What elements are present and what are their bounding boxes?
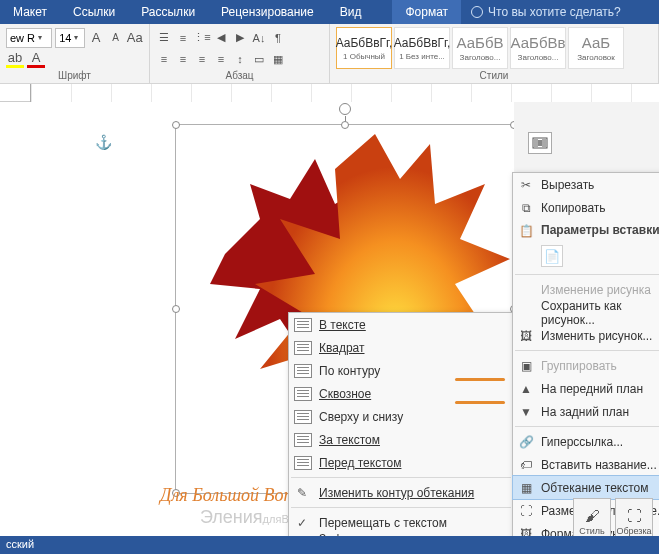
cut-icon: ✂ <box>518 177 534 193</box>
font-color-icon[interactable]: A <box>27 50 45 68</box>
wrap-tight-icon <box>294 364 312 378</box>
ctx-change-picture[interactable]: 🖼Изменить рисунок... <box>513 324 659 347</box>
styles-group-label: Стили <box>336 70 652 83</box>
styles-group: АаБбВвГг,1 Обычный АаБбВвГг,1 Без инте..… <box>330 24 659 83</box>
wrap-tight[interactable]: По контуру <box>289 359 513 382</box>
ctx-wrap-text[interactable]: ▦Обтекание текстом▸ <box>513 476 659 499</box>
wrap-behind-label: За текстом <box>319 433 380 447</box>
wrap-through-label: Сквозное <box>319 387 371 401</box>
ctx-hyperlink[interactable]: 🔗Гиперссылка... <box>513 430 659 453</box>
indent-inc-icon[interactable]: ▶ <box>232 30 248 46</box>
wrap-topbottom-label: Сверху и снизу <box>319 410 403 424</box>
tab-references[interactable]: Ссылки <box>60 0 128 24</box>
style-title[interactable]: АаБЗаголовок <box>568 27 624 69</box>
font-name-combo[interactable]: ew R▾ <box>6 28 52 48</box>
wrap-behind[interactable]: За текстом <box>289 428 513 451</box>
wrap-icon: ▦ <box>518 480 534 496</box>
back-icon: ▼ <box>518 404 534 420</box>
ctx-group-label: Группировать <box>541 359 617 373</box>
style-heading2[interactable]: АаБбВвЗаголово... <box>510 27 566 69</box>
ribbon: ew R▾ 14▾ A A Aa ab A Шрифт ☰ ≡ ⋮≡ ◀ ▶ A… <box>0 24 659 84</box>
wrap-square-label: Квадрат <box>319 341 365 355</box>
wrap-front-icon <box>294 456 312 470</box>
ctx-copy-label: Копировать <box>541 201 606 215</box>
bullets-icon[interactable]: ☰ <box>156 30 172 46</box>
ctx-link-label: Гиперссылка... <box>541 435 623 449</box>
borders-icon[interactable]: ▦ <box>270 51 286 67</box>
grow-font-icon[interactable]: A <box>88 29 104 47</box>
resize-handle-tl[interactable] <box>172 121 180 129</box>
style-preview: АаБбВ <box>457 34 504 51</box>
check-icon: ✓ <box>294 515 310 531</box>
wrap-top-bottom[interactable]: Сверху и снизу <box>289 405 513 428</box>
numbering-icon[interactable]: ≡ <box>175 30 191 46</box>
ctx-insert-caption[interactable]: 🏷Вставить название... <box>513 453 659 476</box>
ctx-paste-options: 📄 <box>513 241 659 271</box>
ctx-back-label: На задний план <box>541 405 629 419</box>
svg-rect-2 <box>538 140 542 146</box>
wrap-through-icon <box>294 387 312 401</box>
rotate-handle[interactable] <box>339 103 351 115</box>
ctx-save-as-picture[interactable]: Сохранить как рисунок... <box>513 301 659 324</box>
wrap-tight-label: По контуру <box>319 364 380 378</box>
ctx-group[interactable]: ▣Группировать▸ <box>513 354 659 377</box>
style-normal[interactable]: АаБбВвГг,1 Обычный <box>336 27 392 69</box>
ruler[interactable] <box>0 84 659 102</box>
style-preview: АаБбВвГг, <box>336 36 393 50</box>
status-bar: сский <box>0 536 659 554</box>
ctx-editpic-label: Изменение рисунка <box>541 283 651 297</box>
justify-icon[interactable]: ≡ <box>213 51 229 67</box>
style-label: Заголово... <box>460 53 501 62</box>
wrap-through[interactable]: Сквозное <box>289 382 513 405</box>
indent-dec-icon[interactable]: ◀ <box>213 30 229 46</box>
highlight-icon[interactable]: ab <box>6 50 24 68</box>
tab-format[interactable]: Формат <box>392 0 461 24</box>
resize-handle-ml[interactable] <box>172 305 180 313</box>
font-size-value: 14 <box>59 32 71 44</box>
layout-options-button[interactable] <box>528 132 552 154</box>
tab-review[interactable]: Рецензирование <box>208 0 327 24</box>
resize-handle-tm[interactable] <box>341 121 349 129</box>
ctx-bring-front[interactable]: ▲На передний план▸ <box>513 377 659 400</box>
front-icon: ▲ <box>518 381 534 397</box>
tab-layout[interactable]: Макет <box>0 0 60 24</box>
ctx-copy[interactable]: ⧉Копировать <box>513 196 659 219</box>
align-right-icon[interactable]: ≡ <box>194 51 210 67</box>
sort-icon[interactable]: A↓ <box>251 30 267 46</box>
multilevel-icon[interactable]: ⋮≡ <box>194 30 210 46</box>
shrink-font-icon[interactable]: A <box>107 29 123 47</box>
style-preview: АаБ <box>582 34 610 51</box>
line-spacing-icon[interactable]: ↕ <box>232 51 248 67</box>
shading-icon[interactable]: ▭ <box>251 51 267 67</box>
font-group-label: Шрифт <box>6 70 143 83</box>
crop-icon: ⛶ <box>627 507 642 524</box>
ctx-cut[interactable]: ✂Вырезать <box>513 173 659 196</box>
font-size-combo[interactable]: 14▾ <box>55 28 85 48</box>
wrap-inline[interactable]: В тексте <box>289 313 513 336</box>
ctx-send-back[interactable]: ▼На задний план▸ <box>513 400 659 423</box>
wrap-square[interactable]: Квадрат <box>289 336 513 359</box>
style-no-spacing[interactable]: АаБбВвГг,1 Без инте... <box>394 27 450 69</box>
ctx-caption-label: Вставить название... <box>541 458 657 472</box>
change-case-icon[interactable]: Aa <box>127 29 143 47</box>
paragraph-group: ☰ ≡ ⋮≡ ◀ ▶ A↓ ¶ ≡ ≡ ≡ ≡ ↕ ▭ ▦ Абзац <box>150 24 330 83</box>
resize-handle-tr[interactable] <box>510 121 514 129</box>
context-menu: ✂Вырезать ⧉Копировать 📋Параметры вставки… <box>512 172 659 546</box>
ctx-paste-header: 📋Параметры вставки: <box>513 219 659 241</box>
pilcrow-icon[interactable]: ¶ <box>270 30 286 46</box>
edit-points-icon: ✎ <box>294 485 310 501</box>
wrap-front[interactable]: Перед текстом <box>289 451 513 474</box>
caption-text-2: ЭлениядляBB <box>200 507 296 528</box>
tell-me[interactable]: Что вы хотите сделать? <box>461 5 631 19</box>
wrap-edit-points[interactable]: ✎Изменить контур обтекания <box>289 481 513 504</box>
align-left-icon[interactable]: ≡ <box>156 51 172 67</box>
tab-view[interactable]: Вид <box>327 0 375 24</box>
paragraph-group-label: Абзац <box>156 70 323 83</box>
paste-keep-source-icon[interactable]: 📄 <box>541 245 563 267</box>
align-center-icon[interactable]: ≡ <box>175 51 191 67</box>
style-preview: АаБбВвГг, <box>394 36 451 50</box>
ctx-front-label: На передний план <box>541 382 643 396</box>
link-icon: 🔗 <box>518 434 534 450</box>
style-heading1[interactable]: АаБбВЗаголово... <box>452 27 508 69</box>
tab-mailings[interactable]: Рассылки <box>128 0 208 24</box>
